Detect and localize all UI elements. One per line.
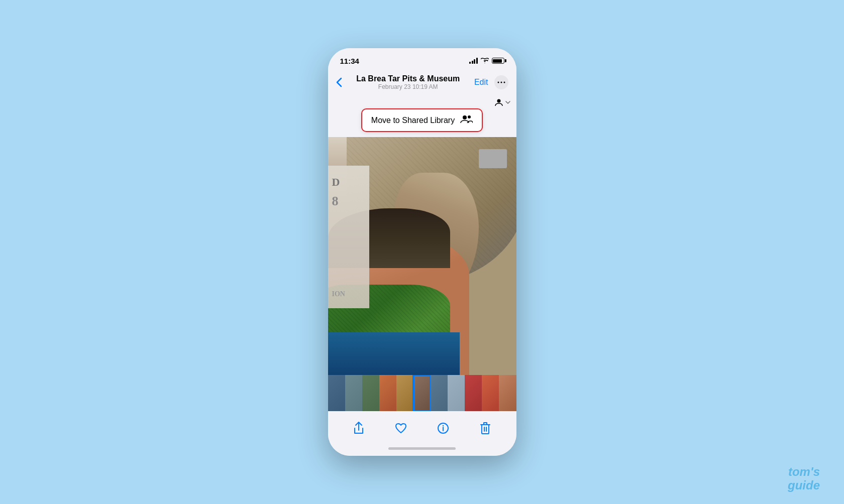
person-toggle[interactable]: [494, 98, 510, 106]
thumbnail-item[interactable]: [482, 375, 499, 411]
shared-people-icon: [460, 114, 473, 126]
photo-blue-shirt: [328, 332, 460, 375]
more-button[interactable]: [494, 75, 508, 89]
nav-actions: Edit: [474, 75, 508, 89]
dropdown-bar: [328, 96, 516, 108]
phone-container: 11:34: [328, 48, 516, 456]
svg-point-8: [443, 425, 444, 426]
photo-sign: [479, 149, 507, 168]
thumbnail-item[interactable]: [379, 375, 396, 411]
favorite-button[interactable]: [390, 417, 412, 439]
status-time: 11:34: [340, 57, 359, 65]
svg-point-0: [497, 82, 499, 83]
delete-button[interactable]: [474, 417, 496, 439]
toms-guide-watermark: tom's guide: [788, 465, 820, 492]
toms-label: tom's: [788, 465, 820, 478]
move-to-shared-button[interactable]: Move to Shared Library: [361, 108, 483, 132]
svg-point-3: [497, 99, 500, 103]
status-bar: 11:34: [328, 48, 516, 70]
chevron-down-icon: [505, 101, 510, 104]
svg-point-5: [468, 115, 471, 118]
bottom-actions: [328, 411, 516, 443]
thumbnail-item[interactable]: [362, 375, 379, 411]
svg-point-2: [503, 82, 505, 83]
home-bar: [388, 447, 456, 450]
thumbnail-item[interactable]: [499, 375, 516, 411]
nav-title: La Brea Tar Pits & Museum: [342, 74, 474, 83]
nav-bar: La Brea Tar Pits & Museum February 23 10…: [328, 70, 516, 96]
info-button[interactable]: [432, 417, 454, 439]
thumbnail-item[interactable]: [413, 375, 431, 411]
thumbnail-item[interactable]: [396, 375, 413, 411]
photo-area: D 8 ION: [328, 137, 516, 375]
home-indicator: [328, 443, 516, 456]
status-icons: [469, 57, 504, 65]
signal-icon: [469, 58, 478, 64]
thumbnail-item[interactable]: [465, 375, 482, 411]
guide-label: guide: [788, 479, 820, 492]
share-button[interactable]: [348, 417, 370, 439]
edit-button[interactable]: Edit: [474, 78, 488, 87]
photo-museum-text: D 8 ION: [328, 166, 370, 308]
page-background: 11:34: [0, 0, 844, 504]
nav-title-group: La Brea Tar Pits & Museum February 23 10…: [342, 74, 474, 90]
battery-icon: [492, 58, 504, 64]
svg-point-1: [500, 82, 502, 83]
back-button[interactable]: [336, 77, 342, 87]
shared-library-bar: Move to Shared Library: [328, 108, 516, 137]
svg-point-4: [463, 115, 467, 119]
thumbnail-item[interactable]: [328, 375, 345, 411]
thumbnail-item[interactable]: [448, 375, 465, 411]
move-to-shared-label: Move to Shared Library: [371, 116, 455, 125]
nav-subtitle: February 23 10:19 AM: [342, 83, 474, 90]
thumbnail-item[interactable]: [431, 375, 448, 411]
thumbnail-strip: [328, 375, 516, 411]
photo-scene: D 8 ION: [328, 137, 516, 375]
thumbnail-item[interactable]: [345, 375, 362, 411]
wifi-icon: [481, 57, 489, 65]
battery-fill: [493, 59, 502, 63]
